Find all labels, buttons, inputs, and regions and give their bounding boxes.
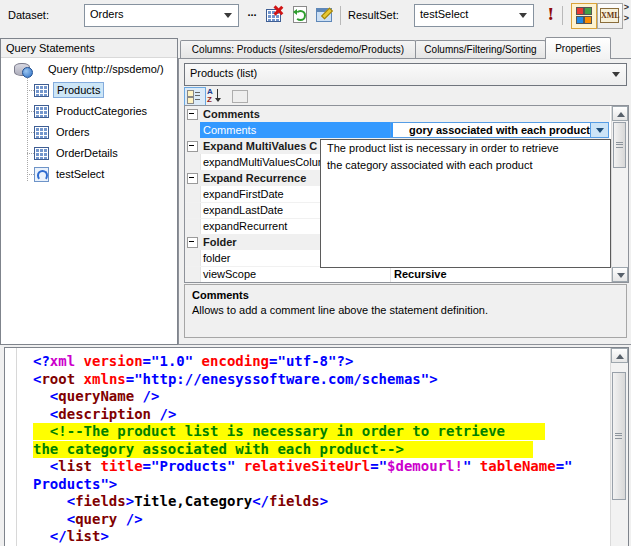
chevron-down-icon [519, 13, 527, 18]
dataset-combobox-value: Orders [90, 8, 124, 20]
delete-dataset-button[interactable] [264, 4, 284, 24]
globe-icon [22, 67, 33, 78]
query-statements-header-label: Query Statements [6, 42, 95, 54]
collapse-icon[interactable] [187, 141, 198, 152]
error-indicator-icon: ! [547, 4, 554, 24]
sort-alpha-icon: Z [207, 95, 212, 104]
overflow-chevron-icon: > [622, 2, 631, 13]
main-toolbar: Dataset: Orders ... ResultSet: testSelec… [0, 0, 631, 32]
property-name: expandMultiValuesColumn [203, 154, 333, 170]
down-arrow-icon [617, 273, 625, 278]
help-description: Allows to add a comment line above the s… [192, 304, 488, 316]
down-arrow-icon [217, 89, 218, 98]
tab-columns-filtering-sorting[interactable]: Columns/Filtering/Sorting [415, 40, 546, 59]
categorized-view-button[interactable] [184, 87, 206, 107]
table-icon [34, 84, 49, 97]
collapse-icon[interactable] [187, 173, 198, 184]
query-designer-window: Dataset: Orders ... ResultSet: testSelec… [0, 0, 631, 546]
help-panel: Comments Allows to add a comment line ab… [184, 284, 627, 338]
property-category-comments[interactable]: Comments [185, 106, 610, 122]
table-icon [34, 147, 49, 160]
comments-value-editor[interactable]: gory associated with each product [390, 122, 609, 138]
toolbar-separator-1 [340, 6, 341, 25]
popup-text-line: The product list is necessary in order t… [321, 140, 610, 157]
tab-properties[interactable]: Properties [545, 37, 611, 59]
table-icon [34, 126, 49, 139]
tree-item-label: Orders [56, 126, 90, 138]
tree-connector-line [27, 71, 28, 181]
tree-connector-stub [27, 132, 34, 133]
dataset-combobox[interactable]: Orders [84, 4, 239, 27]
alphabetical-view-button[interactable]: A Z [205, 87, 225, 105]
select-statement-icon [34, 167, 49, 182]
object-selector-value: Products (list) [190, 67, 257, 79]
tree-item-label: OrderDetails [56, 147, 118, 159]
overflow-chevron-icon: > [622, 13, 631, 24]
help-title: Comments [192, 289, 249, 301]
delete-x-icon [272, 5, 283, 16]
browse-datasets-button[interactable]: ... [242, 4, 262, 24]
toolbar-overflow-button[interactable]: > > [622, 2, 631, 24]
property-name: expandLastDate [203, 202, 283, 218]
property-name: viewScope [203, 266, 256, 282]
scrollbar-thumb[interactable] [612, 372, 626, 500]
resultset-combobox[interactable]: testSelect [414, 4, 534, 27]
collapse-icon[interactable] [187, 109, 198, 120]
property-name: expandRecurrent [203, 218, 287, 234]
tree-connector-stub [27, 174, 34, 175]
tree-root-label: Query (http://spsdemo/) [48, 63, 164, 75]
value-editor-popup[interactable]: The product list is necessary in order t… [320, 139, 611, 268]
object-selector-combobox[interactable]: Products (list) [184, 63, 627, 86]
category-label: Expand Recurrence [203, 170, 306, 186]
query-statements-header: Query Statements [1, 39, 177, 58]
resultset-combobox-value: testSelect [420, 8, 468, 20]
rename-dataset-button[interactable] [314, 4, 334, 24]
chevron-down-icon [596, 128, 604, 133]
comments-dropdown-button[interactable] [590, 123, 608, 137]
resultset-label: ResultSet: [348, 9, 399, 21]
viewscope-value: Recursive [394, 266, 447, 282]
scrollbar-thumb[interactable] [613, 122, 626, 168]
xml-editor-scrollbar[interactable] [610, 348, 628, 546]
popup-text-line: the category associated with each produc… [321, 157, 610, 174]
property-name: expandFirstDate [203, 186, 284, 202]
refresh-arrow-icon [293, 9, 297, 15]
toolbar-separator-2 [562, 6, 563, 25]
table-icon [34, 105, 49, 118]
xml-selection-margin [5, 348, 17, 546]
tree-connector-stub [27, 111, 34, 112]
tree-connector-stub [27, 90, 34, 91]
tree-connector-stub [27, 153, 34, 154]
property-pages-button[interactable] [230, 87, 250, 105]
tab-columns-products[interactable]: Columns: Products (/sites/ersdedemo/Prod… [180, 40, 416, 59]
scroll-up-button[interactable] [612, 106, 628, 121]
property-pages-icon [232, 90, 248, 103]
scroll-up-button[interactable] [611, 348, 628, 363]
xml-editor[interactable]: <?xml version="1.0" encoding="utf-8"?><r… [4, 347, 629, 546]
category-label: Folder [203, 234, 237, 250]
property-name: Comments [200, 122, 393, 138]
property-grid-scrollbar[interactable] [611, 106, 628, 282]
up-arrow-icon [616, 354, 624, 359]
chevron-down-icon [612, 72, 620, 77]
tree-item-label: ProductCategories [56, 105, 147, 117]
categorized-icon [187, 90, 200, 101]
chevron-down-icon [224, 13, 232, 18]
collapse-icon[interactable] [187, 237, 198, 248]
up-arrow-icon [617, 112, 625, 117]
tree-item-label: testSelect [56, 168, 104, 180]
comments-value-text: gory associated with each product [391, 123, 590, 137]
query-statements-panel: Query Statements Query (http://spsdemo/)… [0, 38, 178, 345]
xml-view-icon: XML [600, 8, 619, 23]
tree-item-label: Products [53, 82, 104, 98]
dataset-label: Dataset: [8, 9, 49, 21]
designer-view-button[interactable] [571, 3, 597, 29]
xml-view-button[interactable]: XML [597, 3, 623, 29]
xml-code: <?xml version="1.0" encoding="utf-8"?><r… [33, 353, 573, 546]
category-label: Comments [203, 106, 260, 122]
category-label: Expand MultiValues C [203, 138, 317, 154]
scroll-down-button[interactable] [612, 267, 628, 282]
property-name: folder [203, 250, 231, 266]
refresh-dataset-button[interactable] [290, 4, 310, 24]
